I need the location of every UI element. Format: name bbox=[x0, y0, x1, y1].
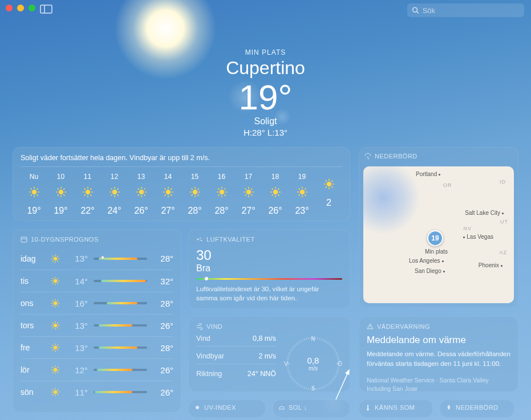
day-high: 28° bbox=[153, 299, 173, 308]
svg-line-91 bbox=[278, 195, 278, 195]
day-low: 16° bbox=[67, 299, 88, 308]
svg-line-9 bbox=[31, 189, 31, 189]
search-field[interactable] bbox=[407, 3, 524, 17]
card-title: LUFTKVALITET bbox=[206, 236, 255, 243]
hourly-item[interactable]: 14 27° bbox=[155, 173, 181, 216]
day-low: 11° bbox=[67, 388, 88, 397]
toggle-sidebar-button[interactable] bbox=[40, 5, 52, 14]
sun-icon bbox=[163, 186, 174, 200]
precipitation-map-card[interactable]: NEDERBÖRD Portland Salt Lake City Las Ve… bbox=[359, 147, 518, 308]
svg-point-132 bbox=[54, 301, 58, 305]
hourly-item[interactable]: 13 26° bbox=[128, 173, 155, 216]
forecast-day-row[interactable]: fre 13° 28° bbox=[21, 336, 173, 358]
hourly-item[interactable]: 17 27° bbox=[235, 173, 262, 216]
forecast-day-row[interactable]: ons 16° 28° bbox=[21, 292, 173, 314]
svg-point-13 bbox=[58, 190, 63, 194]
day-high: 26° bbox=[153, 365, 173, 375]
forecast-day-row[interactable]: sön 11° 26° bbox=[21, 381, 173, 403]
hourly-forecast-card[interactable]: Soligt väder fortsätter hela dagen. Vind… bbox=[13, 147, 350, 221]
svg-line-12 bbox=[37, 189, 37, 189]
svg-line-19 bbox=[63, 195, 64, 195]
hourly-item[interactable]: 11 22° bbox=[74, 173, 101, 216]
svg-point-183 bbox=[370, 328, 371, 328]
sun-icon bbox=[49, 254, 62, 263]
temp-range-bar bbox=[94, 346, 147, 349]
svg-line-54 bbox=[165, 189, 165, 189]
hourly-item[interactable]: 15 28° bbox=[181, 173, 208, 216]
hourly-temp: 27° bbox=[241, 206, 255, 216]
minimize-window-button[interactable] bbox=[17, 5, 24, 11]
high-low: H:28° L:13° bbox=[0, 128, 531, 137]
svg-line-129 bbox=[58, 283, 58, 284]
svg-point-58 bbox=[192, 190, 197, 194]
close-window-button[interactable] bbox=[6, 5, 13, 11]
svg-marker-180 bbox=[345, 368, 351, 375]
map-state-id: ID bbox=[500, 179, 506, 185]
day-name: lör bbox=[21, 365, 43, 374]
svg-line-47 bbox=[138, 195, 139, 195]
svg-line-56 bbox=[165, 195, 165, 195]
fullscreen-window-button[interactable] bbox=[29, 5, 35, 11]
wind-key: Riktning bbox=[196, 370, 222, 378]
svg-point-103 bbox=[326, 182, 331, 186]
search-input[interactable] bbox=[423, 6, 520, 15]
weather-alert-card[interactable]: VÄDERVARNING Meddelande om värme Meddela… bbox=[359, 316, 518, 392]
wind-card[interactable]: VIND Vind0,8 m/sVindbyar2 m/sRiktning24°… bbox=[188, 316, 350, 392]
svg-line-156 bbox=[58, 350, 58, 350]
svg-point-150 bbox=[54, 346, 58, 350]
sunset-card[interactable]: SOL ↓ bbox=[273, 399, 350, 418]
precipitation-map[interactable]: Portland Salt Lake City Las Vegas Los An… bbox=[363, 166, 514, 303]
hourly-item[interactable]: 18 26° bbox=[262, 173, 289, 216]
forecast-day-row[interactable]: tis 14° 32° bbox=[21, 270, 173, 292]
svg-line-146 bbox=[52, 323, 53, 323]
map-state-or: OR bbox=[443, 182, 452, 188]
svg-line-164 bbox=[52, 367, 53, 368]
svg-line-92 bbox=[272, 195, 273, 195]
hourly-item[interactable]: 12 24° bbox=[101, 173, 128, 216]
svg-line-138 bbox=[58, 305, 58, 306]
temp-range-bar bbox=[94, 258, 147, 260]
wind-key: Vindbyar bbox=[196, 352, 224, 360]
forecast-day-row[interactable]: tors 13° 26° bbox=[21, 314, 173, 336]
hourly-item[interactable]: 2 bbox=[315, 173, 342, 216]
temp-range-bar bbox=[94, 369, 147, 371]
svg-line-30 bbox=[90, 189, 91, 189]
svg-point-76 bbox=[246, 190, 250, 194]
aq-label: Bra bbox=[196, 263, 342, 274]
hourly-item[interactable]: 10 19° bbox=[47, 173, 74, 216]
hourly-time: 11 bbox=[84, 173, 91, 181]
day-name: fre bbox=[21, 343, 43, 352]
forecast-day-row[interactable]: lör 12° 26° bbox=[21, 358, 173, 381]
hourly-item[interactable]: Nu 19° bbox=[21, 173, 47, 216]
svg-point-141 bbox=[54, 324, 58, 328]
feels-like-card[interactable]: KÄNNS SOM bbox=[359, 399, 433, 418]
hourly-item[interactable]: 16 28° bbox=[208, 173, 235, 216]
svg-point-179 bbox=[201, 240, 202, 241]
day-high: 32° bbox=[153, 276, 173, 286]
alert-body: Meddelande om värme. Dessa väderförhålla… bbox=[367, 349, 510, 368]
svg-line-11 bbox=[31, 195, 31, 195]
hourly-time: 19 bbox=[298, 173, 306, 181]
precipitation-card[interactable]: NEDERBÖRD bbox=[440, 399, 514, 418]
map-state-nv: NV bbox=[463, 226, 472, 231]
forecast-day-row[interactable]: idag 13° 28° bbox=[21, 247, 173, 270]
sunset-icon bbox=[278, 404, 285, 411]
window-controls bbox=[6, 5, 35, 11]
sun-icon bbox=[49, 343, 62, 352]
sun-icon bbox=[49, 299, 62, 308]
air-quality-card[interactable]: LUFTKVALITET 30 Bra Luftkvalitetsindexet… bbox=[188, 229, 350, 309]
svg-point-67 bbox=[219, 190, 224, 194]
ten-day-forecast-card[interactable]: 10-DYGNSPROGNOS idag 13° 28°tis 14° 32°o… bbox=[13, 229, 181, 413]
uv-index-card[interactable]: UV-INDEX bbox=[188, 399, 266, 418]
svg-line-157 bbox=[52, 350, 53, 350]
svg-line-147 bbox=[58, 328, 58, 328]
map-city-la: Los Angeles bbox=[409, 258, 444, 264]
sun-icon bbox=[194, 404, 201, 411]
svg-line-21 bbox=[63, 189, 64, 189]
svg-point-40 bbox=[139, 190, 143, 194]
map-my-location-pin[interactable]: 19 bbox=[427, 230, 443, 246]
svg-line-27 bbox=[84, 189, 85, 189]
svg-rect-186 bbox=[367, 405, 368, 409]
hourly-item[interactable]: 19 23° bbox=[289, 173, 315, 216]
day-high: 28° bbox=[153, 254, 173, 263]
